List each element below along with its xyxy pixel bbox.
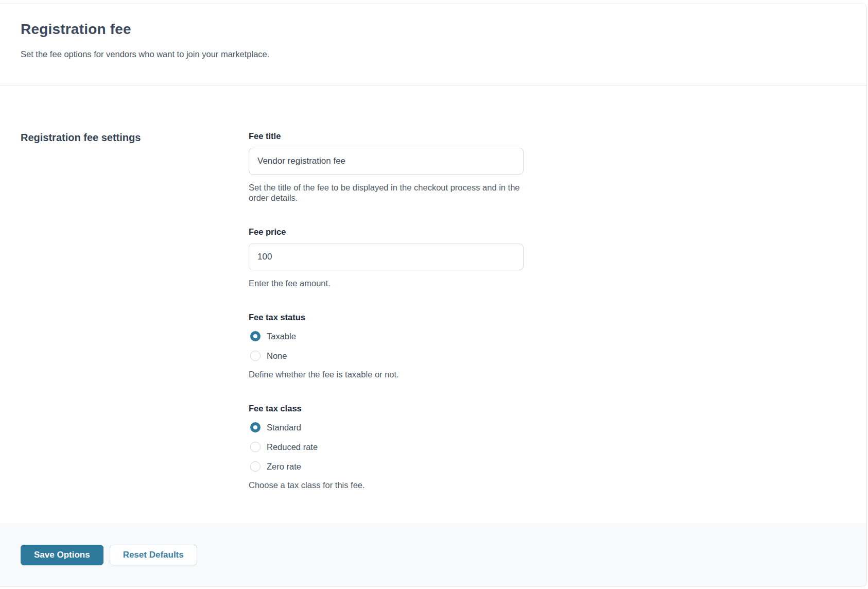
radio-label: None — [267, 351, 287, 361]
fee-tax-class-label: Fee tax class — [249, 403, 524, 413]
radio-option-standard[interactable]: Standard — [249, 420, 524, 435]
fee-price-input[interactable] — [249, 244, 524, 270]
fee-title-label: Fee title — [249, 131, 524, 141]
fee-title-help: Set the title of the fee to be displayed… — [249, 182, 524, 203]
radio-icon — [250, 331, 261, 341]
fee-title-group: Fee title Set the title of the fee to be… — [249, 131, 524, 203]
save-options-button[interactable]: Save Options — [21, 545, 103, 565]
section-heading: Registration fee settings — [21, 131, 249, 144]
radio-label: Standard — [267, 422, 301, 432]
radio-icon — [250, 422, 261, 432]
fee-tax-class-group: Fee tax class Standard Reduced rate Zero… — [249, 403, 524, 490]
fee-price-label: Fee price — [249, 227, 524, 237]
fee-price-group: Fee price Enter the fee amount. — [249, 227, 524, 288]
registration-fee-card: Registration fee Set the fee options for… — [0, 3, 867, 587]
radio-icon — [250, 442, 261, 452]
radio-icon — [250, 351, 261, 361]
radio-option-taxable[interactable]: Taxable — [249, 329, 524, 343]
settings-form: Fee title Set the title of the fee to be… — [249, 131, 524, 523]
fee-tax-status-group: Fee tax status Taxable None Define wheth… — [249, 312, 524, 379]
actions-footer: Save Options Reset Defaults — [0, 523, 866, 586]
fee-price-help: Enter the fee amount. — [249, 278, 524, 288]
fee-tax-class-help: Choose a tax class for this fee. — [249, 480, 524, 490]
page-header: Registration fee Set the fee options for… — [0, 4, 866, 85]
reset-defaults-button[interactable]: Reset Defaults — [110, 545, 197, 565]
radio-icon — [250, 461, 261, 472]
fee-tax-status-radios: Taxable None — [249, 329, 524, 363]
fee-tax-class-radios: Standard Reduced rate Zero rate — [249, 420, 524, 474]
fee-tax-status-help: Define whether the fee is taxable or not… — [249, 369, 524, 379]
radio-option-reduced-rate[interactable]: Reduced rate — [249, 440, 524, 454]
settings-content: Registration fee settings Fee title Set … — [0, 85, 866, 523]
radio-label: Zero rate — [267, 461, 301, 472]
radio-option-none[interactable]: None — [249, 349, 524, 363]
fee-title-input[interactable] — [249, 148, 524, 175]
radio-option-zero-rate[interactable]: Zero rate — [249, 459, 524, 474]
radio-label: Reduced rate — [267, 442, 318, 452]
settings-section-column: Registration fee settings — [21, 131, 249, 523]
fee-tax-status-label: Fee tax status — [249, 312, 524, 322]
page-title: Registration fee — [21, 20, 840, 39]
radio-label: Taxable — [267, 331, 296, 341]
page-subtitle: Set the fee options for vendors who want… — [21, 48, 840, 60]
